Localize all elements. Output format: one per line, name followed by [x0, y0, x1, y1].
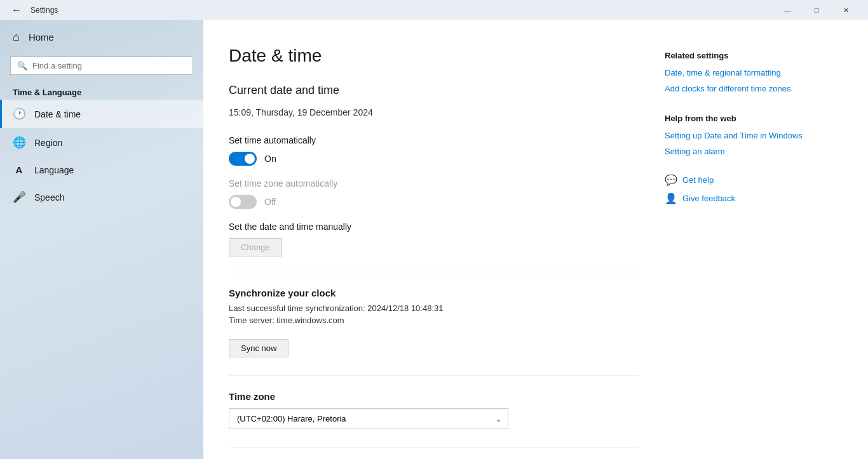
sync-now-button[interactable]: Sync now [229, 339, 288, 357]
set-timezone-auto-track [229, 195, 257, 209]
sidebar-item-label-region: Region [34, 138, 62, 148]
help-from-web-title: Help from the web [665, 114, 830, 123]
close-button[interactable]: ✕ [831, 0, 860, 20]
timezone-label: Time zone [229, 391, 639, 402]
sidebar-item-label-language: Language [34, 165, 74, 175]
search-input[interactable] [32, 61, 186, 70]
right-panel: Related settings Date, time & regional f… [665, 46, 830, 434]
manual-label: Set the date and time manually [229, 222, 639, 232]
sidebar-item-speech[interactable]: 🎤 Speech [0, 183, 203, 211]
divider-1 [229, 272, 639, 272]
search-box[interactable]: 🔍 [10, 57, 193, 75]
set-timezone-auto-thumb [231, 197, 241, 207]
set-timezone-auto-text: Off [264, 197, 276, 207]
divider-2 [229, 375, 639, 376]
date-time-icon: 🕐 [13, 107, 25, 121]
get-help-link[interactable]: 💬 Get help [665, 174, 830, 186]
timezone-select[interactable]: (UTC+02:00) Harare, Pretoria (UTC+02:00)… [229, 409, 508, 429]
change-button[interactable]: Change [229, 238, 282, 256]
set-time-auto-toggle[interactable] [229, 152, 257, 166]
manual-section: Set the date and time manually Change [229, 222, 639, 256]
related-link-2[interactable]: Add clocks for different time zones [665, 84, 830, 93]
help-section: Help from the web Setting up Date and Ti… [665, 114, 830, 204]
sidebar-item-label-speech: Speech [34, 192, 64, 203]
app-body: ⌂ Home 🔍 Time & Language 🕐 Date & time 🌐… [0, 20, 868, 459]
set-time-auto-row: Set time automatically On [229, 135, 639, 166]
divider-3 [229, 447, 639, 448]
set-timezone-auto-toggle[interactable] [229, 195, 257, 209]
set-timezone-auto-toggle-row: Off [229, 195, 639, 209]
related-settings-title: Related settings [665, 51, 830, 60]
back-button[interactable]: ← [8, 1, 25, 19]
set-time-auto-text: On [264, 154, 276, 164]
window-controls: — □ ✕ [773, 0, 860, 20]
sidebar-item-label-date-time: Date & time [34, 109, 81, 119]
region-icon: 🌐 [13, 136, 25, 149]
set-time-auto-track [229, 152, 257, 166]
title-bar-title: Settings [31, 6, 773, 15]
current-section-title: Current date and time [229, 84, 639, 97]
speech-icon: 🎤 [13, 190, 25, 204]
page-title: Date & time [229, 46, 639, 66]
set-time-auto-label: Set time automatically [229, 135, 639, 145]
content-area: Date & time Current date and time 15:09,… [229, 46, 639, 434]
give-feedback-link[interactable]: 👤 Give feedback [665, 192, 830, 204]
sidebar-item-date-time[interactable]: 🕐 Date & time [0, 100, 203, 128]
help-link-1[interactable]: Setting up Date and Time in Windows [665, 131, 830, 140]
main-content: Date & time Current date and time 15:09,… [203, 20, 868, 459]
give-feedback-label: Give feedback [682, 194, 735, 203]
sync-section: Synchronize your clock Last successful t… [229, 288, 639, 357]
sync-last-info: Last successful time synchronization: 20… [229, 303, 639, 313]
set-timezone-auto-label: Set time zone automatically [229, 178, 639, 189]
give-feedback-icon: 👤 [665, 192, 677, 204]
set-timezone-auto-row: Set time zone automatically Off [229, 178, 639, 209]
search-icon: 🔍 [17, 61, 27, 70]
current-datetime: 15:09, Thursday, 19 December 2024 [229, 107, 639, 117]
language-icon: A [13, 164, 25, 175]
home-icon: ⌂ [13, 30, 20, 44]
sidebar-item-region[interactable]: 🌐 Region [0, 128, 203, 157]
sync-server-info: Time server: time.windows.com [229, 316, 639, 325]
timezone-section: Time zone (UTC+02:00) Harare, Pretoria (… [229, 391, 639, 429]
sidebar: ⌂ Home 🔍 Time & Language 🕐 Date & time 🌐… [0, 20, 203, 459]
set-time-auto-thumb [245, 154, 255, 164]
sidebar-item-language[interactable]: A Language [0, 157, 203, 183]
set-time-auto-toggle-row: On [229, 152, 639, 166]
home-label: Home [29, 32, 54, 43]
get-help-icon: 💬 [665, 174, 677, 186]
maximize-button[interactable]: □ [802, 0, 831, 20]
related-link-1[interactable]: Date, time & regional formatting [665, 68, 830, 77]
timezone-select-wrapper[interactable]: (UTC+02:00) Harare, Pretoria (UTC+02:00)… [229, 408, 508, 429]
sidebar-home[interactable]: ⌂ Home [0, 20, 203, 54]
get-help-label: Get help [682, 175, 714, 185]
sync-title: Synchronize your clock [229, 288, 639, 298]
minimize-button[interactable]: — [773, 0, 802, 20]
title-bar: ← Settings — □ ✕ [0, 0, 868, 20]
sidebar-section-title: Time & Language [0, 83, 203, 100]
help-link-2[interactable]: Setting an alarm [665, 147, 830, 156]
